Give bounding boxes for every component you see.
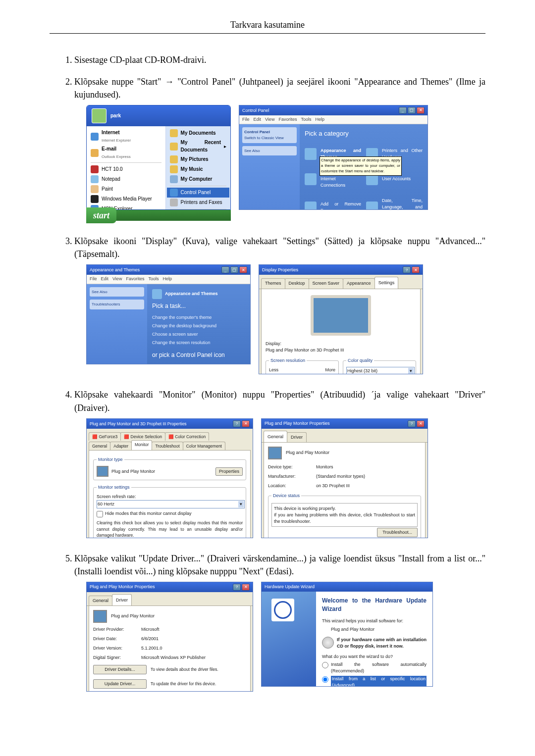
minimize-icon[interactable]: _ [221,266,229,273]
minimize-icon[interactable]: _ [399,107,407,114]
color-quality-select[interactable]: Highest (32 bit) ▾ [346,367,415,375]
option-list[interactable]: Install from a list or specific location… [322,676,427,687]
sm-wmp[interactable]: Windows Media Player [88,194,164,204]
sm-pics[interactable]: My Pictures [167,154,229,164]
tab-general[interactable]: General [89,442,110,450]
close-icon[interactable]: ✕ [242,584,250,591]
cat-addremove[interactable]: Add or Remove Programs [305,198,361,210]
cat-appearance[interactable]: Appearance and Themes Change the appeara… [305,148,361,160]
sm-music[interactable]: My Music [167,164,229,174]
chevron-down-icon: ▾ [408,368,414,374]
help-icon[interactable]: ? [403,266,411,273]
menu-tools[interactable]: Tools [301,116,311,123]
step-2: Klõpsake nuppe "Start" → "Control Panel"… [74,75,485,221]
pnp-monitor-driver-window: Plug and Play Monitor Properties ?✕ Gene… [86,582,253,692]
device-name: Plug and Play Monitor [286,450,329,456]
option-auto[interactable]: Install the software automatically (Reco… [322,661,427,674]
tab-troubleshoot[interactable]: Troubleshoot [152,442,183,450]
properties-button[interactable]: Properties [215,467,243,476]
tab-settings[interactable]: Settings [374,277,399,288]
sm-mycomp[interactable]: My Computer [167,174,229,184]
tab-general[interactable]: General [89,596,112,605]
window-title: Appearance and Themes [90,267,140,273]
sm-recent[interactable]: My Recent Documents ▸ [167,138,229,154]
tab-monitor[interactable]: Monitor [131,440,152,450]
side-panel: See Also [242,146,297,156]
side-panel: Control PanelSwitch to Classic View [242,127,297,143]
close-icon[interactable]: ✕ [242,420,250,427]
hide-modes-checkbox[interactable]: Hide modes that this monitor cannot disp… [97,510,243,518]
tab-geforce[interactable]: 🟥 GeForce3 [89,432,121,441]
menu-view[interactable]: View [265,116,274,123]
instruction-list: Sisestage CD-plaat CD-ROM-draivi. Klõpsa… [50,53,485,692]
start-menu-header: park [87,105,230,126]
side-panel: See Also [90,287,144,297]
menu-fav[interactable]: Favorites [278,116,297,123]
divider [50,33,485,34]
sm-email[interactable]: E-mailOutlook Express [88,145,164,161]
cp-heading: Pick a category [305,129,423,139]
menu-help[interactable]: Help [315,116,324,123]
close-icon[interactable]: ✕ [417,420,425,427]
start-button[interactable]: start [86,207,116,223]
tab-desktop[interactable]: Desktop [285,278,309,288]
task-link[interactable]: Change the computer's theme [152,314,245,321]
maximize-icon[interactable]: ▢ [408,107,416,114]
tab-driver[interactable]: Driver [112,594,132,605]
tab-colormgmt[interactable]: Color Management [183,442,225,450]
cat-datetime[interactable]: Date, Time, Language, and Regional... [366,198,423,210]
task-link[interactable]: Choose a screen saver [152,331,245,338]
step-5: Klõpsake valikut "Update Driver..." (Dra… [74,552,485,692]
menu-edit[interactable]: Edit [254,116,262,123]
window-title: Plug and Play Monitor Properties [265,420,330,427]
sm-hct[interactable]: HCT 10.0 [88,164,164,174]
tab-colorcorr[interactable]: 🟥 Color Correction [165,432,209,441]
side-panel: Troubleshooters [90,300,144,309]
close-icon[interactable]: ✕ [239,266,247,273]
sm-internet[interactable]: InternetInternet Explorer [88,128,164,145]
tab-devsel[interactable]: 🟥 Device Selection [120,432,165,441]
pnp-monitor-general-window: Plug and Play Monitor Properties ?✕ Gene… [261,418,428,538]
sm-notepad[interactable]: Notepad [88,174,164,184]
monitor-icon [268,447,282,459]
tab-themes[interactable]: Themes [261,278,285,288]
username: park [110,112,121,120]
maximize-icon[interactable]: ▢ [230,266,238,273]
tab-general[interactable]: General [264,431,287,442]
tab-appearance[interactable]: Appearance [343,278,375,288]
wizard-device: Plug and Play Monitor [331,626,427,633]
network-icon [305,173,317,185]
hardware-update-wizard: Hardware Update Wizard Welcome to the Ha… [261,582,433,687]
menu-file[interactable]: File [242,116,250,123]
sm-control-panel[interactable]: Control Panel [167,188,229,198]
monitor-icon [93,610,107,623]
help-icon[interactable]: ? [233,420,241,427]
addremove-icon [305,202,317,210]
folder-icon [170,165,178,173]
task-link[interactable]: Change the desktop background [152,323,245,329]
refresh-rate-select[interactable]: 60 Hertz▾ [97,500,245,508]
troubleshoot-button[interactable]: Troubleshoot... [377,528,418,537]
sm-mydocs[interactable]: My Documents [167,128,229,138]
tooltip: Change the appearance of desktop items, … [320,156,402,176]
prophet-properties-window: Plug and Play Monitor and 3D Prophet III… [86,418,253,538]
notepad-icon [91,175,99,183]
help-icon[interactable]: ? [408,420,416,427]
close-icon[interactable]: ✕ [412,266,420,273]
task-link[interactable]: Change the screen resolution [152,340,245,346]
figure-row-2: Appearance and Themes _▢✕ FileEditViewFa… [86,264,485,374]
window-title: Plug and Play Monitor and 3D Prophet III… [90,421,187,427]
tab-adapter[interactable]: Adapter [110,442,132,450]
tab-driver[interactable]: Driver [287,432,307,442]
sm-paint[interactable]: Paint [88,184,164,194]
display-value: Plug and Play Monitor on 3D Prophet III [266,347,416,353]
close-icon[interactable]: ✕ [417,107,425,114]
figure-row-4: Plug and Play Monitor Properties ?✕ Gene… [86,582,485,692]
update-driver-button[interactable]: Update Driver... [93,679,147,689]
window-title: Hardware Update Wizard [265,584,315,590]
display-properties-window: Display Properties ?✕ Themes Desktop Scr… [259,264,423,374]
help-icon[interactable]: ? [233,584,241,591]
driver-details-button[interactable]: Driver Details... [93,665,147,674]
tab-screensaver[interactable]: Screen Saver [309,278,344,288]
sm-printers[interactable]: Printers and Faxes [167,198,229,207]
